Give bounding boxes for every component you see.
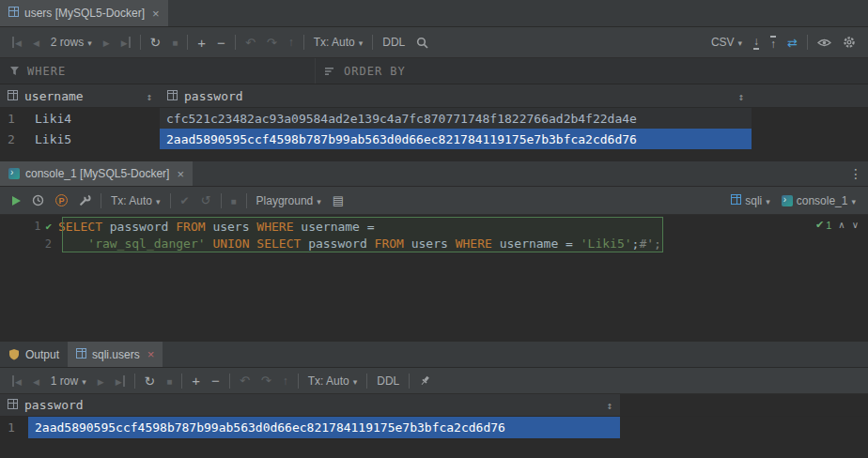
revert-button[interactable] [234, 373, 256, 389]
more-options-button[interactable] [844, 165, 868, 182]
view-parameters-button[interactable] [327, 192, 349, 208]
tab-users-grid[interactable]: users [MySQL5-Docker] × [0, 0, 168, 26]
toolbar-divider [298, 374, 299, 389]
table-icon [167, 89, 178, 103]
ddl-button[interactable]: DDL [371, 373, 405, 389]
delete-row-button[interactable] [211, 34, 231, 52]
success-check-icon [45, 221, 52, 233]
last-row-button[interactable] [116, 35, 136, 50]
redo-button[interactable] [256, 373, 277, 389]
sync-button[interactable] [782, 35, 803, 51]
tab-console-1[interactable]: console_1 [MySQL5-Docker] × [0, 161, 193, 186]
gear-icon [843, 36, 856, 49]
export-format-dropdown[interactable]: CSV [705, 34, 748, 51]
previous-row-button[interactable] [27, 374, 45, 389]
previous-row-button[interactable] [27, 35, 45, 50]
settings-button[interactable] [837, 34, 861, 51]
toolbar-divider [366, 374, 367, 389]
result-row[interactable]: 1 2aad5890595ccf4598b787b99ab563d0d66ec8… [0, 417, 868, 438]
next-row-button[interactable] [98, 35, 116, 50]
chevron-down-icon [156, 195, 161, 206]
tab-output[interactable]: Output [0, 342, 68, 367]
tab-result-sqli-users[interactable]: sqli.users × [68, 342, 163, 367]
page-size-dropdown[interactable]: 2 rows [45, 34, 98, 51]
table-row[interactable]: 2 Liki5 2aad5890595ccf4598b787b99ab563d0… [0, 129, 868, 149]
table-icon [8, 89, 18, 103]
close-icon[interactable]: × [177, 167, 184, 181]
submit-button[interactable] [283, 35, 300, 50]
chevron-down-icon [82, 375, 86, 387]
last-row-icon [121, 37, 131, 48]
sort-icon[interactable] [146, 90, 152, 102]
redo-button[interactable] [261, 35, 283, 51]
sql-statement-line-1: SELECT password FROM users WHERE usernam… [58, 220, 375, 234]
clock-icon [32, 194, 44, 206]
ddl-button[interactable]: DDL [377, 34, 411, 51]
refresh-button[interactable] [139, 373, 162, 389]
cell-password[interactable]: cfc521c23482ac93a09584ad2e139c4a7fc87077… [160, 108, 752, 129]
import-data-button[interactable] [765, 34, 782, 52]
toolbar-divider [303, 35, 304, 50]
console-session-dropdown[interactable]: console_1 [776, 192, 861, 209]
cell-username[interactable]: Liki4 [28, 108, 160, 129]
revert-button[interactable] [240, 35, 261, 51]
close-icon[interactable]: × [147, 347, 155, 361]
delete-row-button[interactable] [206, 372, 225, 389]
tx-mode-dropdown[interactable]: Tx: Auto [302, 373, 364, 389]
row-number: 2 [0, 129, 28, 149]
next-result-button[interactable] [852, 220, 859, 230]
toolbar-right-group: CSV [705, 34, 861, 52]
column-header-username[interactable]: username [0, 84, 160, 107]
column-header-password[interactable]: password [160, 84, 752, 107]
table-row[interactable]: 1 Liki4 cfc521c23482ac93a09584ad2e139c4a… [0, 108, 868, 129]
refresh-button[interactable] [145, 34, 167, 51]
playground-dropdown[interactable]: Playground [251, 192, 327, 209]
cell-password-selected[interactable]: 2aad5890595ccf4598b787b99ab563d0d66ec821… [28, 417, 620, 438]
column-header-password[interactable]: password [0, 394, 620, 416]
first-row-button[interactable] [7, 35, 27, 50]
view-options-button[interactable] [812, 36, 837, 50]
console-settings-button[interactable] [73, 192, 97, 208]
tx-mode-dropdown[interactable]: Tx: Auto [105, 192, 166, 209]
chevron-down-icon [766, 195, 770, 206]
cell-username[interactable]: Liki5 [28, 129, 160, 149]
commit-button[interactable] [175, 193, 195, 208]
cell-password-selected[interactable]: 2aad5890595ccf4598b787b99ab563d0d66ec821… [160, 129, 752, 149]
find-button[interactable] [411, 35, 434, 51]
eye-icon [817, 38, 831, 48]
bottom-empty-area [0, 438, 868, 458]
grid-header-row: username password [0, 84, 868, 108]
where-filter-field[interactable]: WHERE [0, 58, 316, 84]
database-icon [731, 194, 741, 207]
toolbar-divider [229, 374, 230, 389]
first-row-icon [12, 37, 22, 48]
parameters-button[interactable] [50, 192, 73, 208]
stop-button[interactable] [161, 374, 178, 389]
sql-editor[interactable]: 1 SELECT password FROM users WHERE usern… [0, 215, 868, 342]
order-by-filter-field[interactable]: ORDER BY [316, 58, 415, 84]
results-tabbar: Output sqli.users × [0, 342, 868, 368]
pin-tab-button[interactable] [413, 373, 437, 389]
page-size-dropdown[interactable]: 1 row [45, 373, 92, 389]
toolbar-divider [235, 35, 236, 50]
sort-icon[interactable] [737, 90, 744, 102]
run-button[interactable] [7, 194, 26, 207]
add-row-button[interactable] [192, 34, 211, 52]
last-row-button[interactable] [110, 374, 131, 389]
export-data-button[interactable] [748, 34, 765, 52]
first-row-button[interactable] [7, 374, 27, 389]
tx-mode-dropdown[interactable]: Tx: Auto [308, 34, 369, 51]
add-row-button[interactable] [186, 372, 206, 389]
next-row-button[interactable] [92, 374, 110, 389]
stop-button[interactable] [166, 35, 183, 50]
stop-button[interactable] [225, 193, 242, 208]
submit-button[interactable] [277, 374, 294, 389]
sort-icon[interactable] [606, 399, 612, 411]
rollback-button[interactable] [195, 192, 217, 208]
database-dropdown[interactable]: sqli [725, 192, 776, 209]
check-icon [180, 195, 190, 206]
close-icon[interactable]: × [152, 7, 160, 21]
previous-result-button[interactable] [838, 220, 845, 230]
console-icon [8, 168, 20, 179]
history-button[interactable] [26, 192, 50, 208]
